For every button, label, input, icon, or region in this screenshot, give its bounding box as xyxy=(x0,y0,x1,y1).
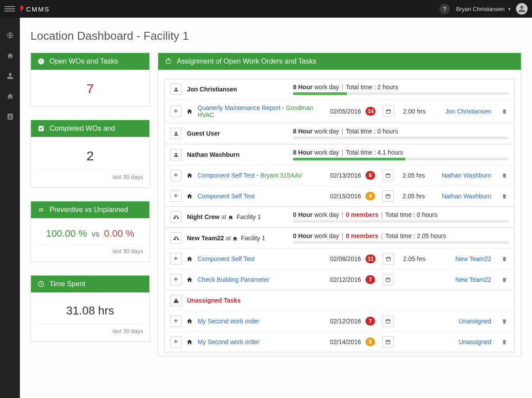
group-meta: 8 Hour work day | Total time : 0 hours xyxy=(293,128,509,139)
time-spent-value: 31.08 hrs xyxy=(37,299,143,320)
group-header: Unassigned Tasks xyxy=(165,290,514,311)
task-link[interactable]: Component Self Test xyxy=(198,255,255,262)
calendar-button[interactable] xyxy=(382,315,394,327)
svg-rect-3 xyxy=(41,63,41,63)
assignee-link[interactable]: New Team22 xyxy=(456,255,491,262)
task-row: Component Self Test02/15/201642.05 hrsNa… xyxy=(165,186,514,206)
home-icon xyxy=(186,193,193,199)
open-wos-value: 7 xyxy=(37,77,143,99)
alert-icon xyxy=(37,57,45,65)
task-title: Component Self Test xyxy=(198,255,317,262)
task-row: Check Building Parameter02/12/20167New T… xyxy=(165,269,514,290)
widget-time-title: Time Spent xyxy=(49,280,85,288)
logo-mark-icon xyxy=(20,6,23,12)
task-link[interactable]: My Second work order xyxy=(198,338,259,345)
drag-handle-icon[interactable] xyxy=(170,315,182,327)
task-row: Component Self Test02/08/2016112.05 hrsN… xyxy=(165,249,514,269)
group-name: Guest User xyxy=(187,130,293,137)
group-meta: 0 Hour work day | 0 members | Total time… xyxy=(293,211,509,223)
nav-globe-icon[interactable] xyxy=(6,31,15,40)
delete-button[interactable] xyxy=(499,171,509,180)
user-menu[interactable]: Bryan Christiansen ▼ xyxy=(456,3,528,15)
group-meta: 0 Hour work day | 0 members | Total time… xyxy=(293,232,509,244)
nav-home2-icon[interactable] xyxy=(6,92,15,101)
task-link[interactable]: My Second work order xyxy=(198,318,259,325)
clock-icon xyxy=(37,280,45,288)
task-assignee: New Team22 xyxy=(438,276,491,283)
page-title: Location Dashboard - Facility 1 xyxy=(30,29,521,43)
task-row: Component Self Test - Bryant 315AAV02/13… xyxy=(165,165,514,186)
app-brand: CMMS xyxy=(26,5,50,13)
group-header: New Team22 at Facility 10 Hour work day … xyxy=(165,228,514,249)
assignee-link[interactable]: Unassigned xyxy=(459,318,491,325)
group-header: Nathan Washburn8 Hour work day | Total t… xyxy=(165,144,514,165)
days-badge: 7 xyxy=(365,317,375,326)
delete-button[interactable] xyxy=(499,337,509,347)
task-title: Quarterly Maintenance Report - Goodman H… xyxy=(198,104,317,118)
calendar-button[interactable] xyxy=(382,274,394,285)
delete-button[interactable] xyxy=(499,275,509,284)
delete-button[interactable] xyxy=(499,316,509,326)
home-icon xyxy=(186,318,193,324)
nav-book-icon[interactable] xyxy=(6,112,15,121)
group-name: Unassigned Tasks xyxy=(187,297,293,304)
assignee-link[interactable]: Unassigned xyxy=(459,338,491,345)
assignee-link[interactable]: Nathan Washburn xyxy=(442,193,491,200)
task-hours: 2.05 hrs xyxy=(403,172,433,179)
widget-preventive-unplanned: Preventive vs Unplanned 100.00 % vs 0.00… xyxy=(30,201,150,262)
task-link[interactable]: Component Self Test xyxy=(198,172,255,179)
help-icon[interactable]: ? xyxy=(439,4,450,14)
user-icon xyxy=(170,83,182,95)
group-meta: 8 Hour work day | Total time : 2 hours xyxy=(293,83,509,95)
home-icon xyxy=(186,339,193,345)
days-badge: 14 xyxy=(365,107,376,116)
drag-handle-icon[interactable] xyxy=(170,274,182,285)
delete-button[interactable] xyxy=(499,106,509,116)
drag-handle-icon[interactable] xyxy=(170,190,182,202)
home-icon xyxy=(186,277,193,283)
calendar-button[interactable] xyxy=(383,253,394,265)
calendar-button[interactable] xyxy=(382,190,394,202)
side-nav xyxy=(0,18,20,398)
task-date: 02/12/2016 xyxy=(321,276,361,283)
user-icon xyxy=(170,149,182,160)
menu-toggle-icon[interactable] xyxy=(4,6,15,11)
nav-user-icon[interactable] xyxy=(6,72,15,80)
calendar-button[interactable] xyxy=(382,336,394,348)
svg-rect-9 xyxy=(387,258,391,261)
assignee-link[interactable]: New Team22 xyxy=(456,276,491,283)
task-assignee: Nathan Washburn xyxy=(438,193,491,200)
app-logo: CMMS xyxy=(20,5,50,13)
avatar-icon xyxy=(516,3,528,15)
drag-handle-icon[interactable] xyxy=(170,106,182,117)
task-date: 02/05/2016 xyxy=(321,108,361,115)
assignee-link[interactable]: Jon Christiansen xyxy=(445,108,491,115)
task-hours: 2.05 hrs xyxy=(403,193,433,200)
task-link[interactable]: Check Building Parameter xyxy=(198,276,270,283)
delete-button[interactable] xyxy=(499,191,509,201)
svg-rect-6 xyxy=(387,110,391,114)
drag-handle-icon[interactable] xyxy=(170,170,182,181)
task-link[interactable]: Quarterly Maintenance Report xyxy=(198,104,281,111)
assignment-group: New Team22 at Facility 10 Hour work day … xyxy=(164,228,515,290)
pvp-values: 100.00 % vs 0.00 % xyxy=(37,225,143,240)
drag-handle-icon[interactable] xyxy=(170,253,182,265)
completed-wos-value: 2 xyxy=(37,144,143,166)
home-icon xyxy=(186,108,193,114)
calendar-button[interactable] xyxy=(383,106,394,117)
task-date: 02/15/2016 xyxy=(321,193,361,200)
user-name: Bryan Christiansen xyxy=(456,6,505,12)
task-date: 02/08/2016 xyxy=(321,255,361,262)
task-date: 02/12/2016 xyxy=(321,318,361,325)
pvp-vs: vs xyxy=(91,230,99,239)
task-assignee: Unassigned xyxy=(438,338,491,345)
drag-handle-icon[interactable] xyxy=(170,336,182,348)
delete-button[interactable] xyxy=(499,254,509,264)
days-badge: 7 xyxy=(365,275,375,284)
exchange-icon xyxy=(37,206,45,214)
calendar-button[interactable] xyxy=(382,170,394,181)
assignee-link[interactable]: Nathan Washburn xyxy=(442,172,491,179)
nav-home-icon[interactable] xyxy=(6,51,15,60)
task-link[interactable]: Component Self Test xyxy=(198,193,255,200)
svg-rect-2 xyxy=(41,60,41,62)
